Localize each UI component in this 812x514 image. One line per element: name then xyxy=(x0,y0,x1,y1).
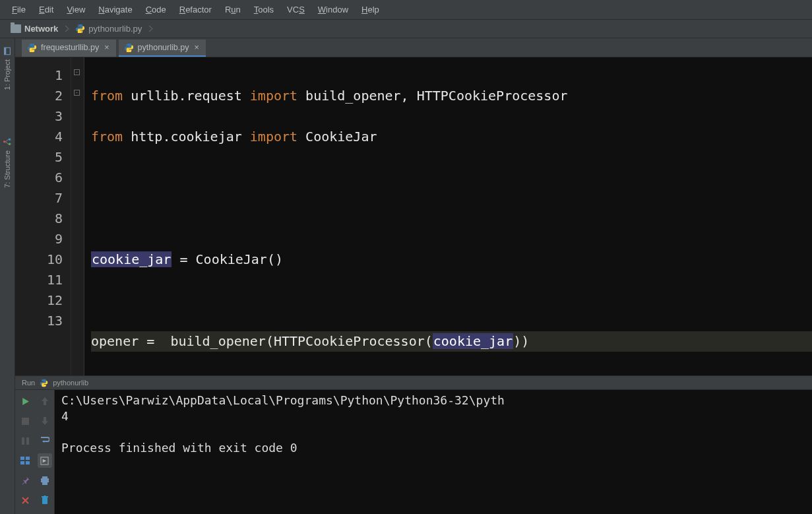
run-tool-column-right xyxy=(35,390,55,514)
svg-rect-5 xyxy=(22,418,29,425)
tab-label: frequesturllib.py xyxy=(41,43,99,52)
svg-rect-6 xyxy=(22,437,24,445)
menu-view[interactable]: View xyxy=(60,2,92,17)
menu-navigate[interactable]: Navigate xyxy=(92,2,139,17)
tab-label: pythonurlib.py xyxy=(138,43,189,52)
svg-rect-15 xyxy=(42,482,47,485)
fold-marker-icon[interactable]: - xyxy=(74,69,80,75)
menu-window[interactable]: Window xyxy=(311,2,355,17)
menubar: File Edit View Navigate Code Refactor Ru… xyxy=(0,0,812,20)
folder-icon xyxy=(11,24,21,33)
crumb-project[interactable]: Network xyxy=(5,22,63,35)
crumb-file-label: pythonurlib.py xyxy=(88,24,142,34)
menu-file[interactable]: File xyxy=(5,2,32,17)
scroll-to-end-button[interactable] xyxy=(38,453,52,468)
pin-button[interactable] xyxy=(18,473,32,488)
left-tool-strip: 1: Project 7: Structure xyxy=(0,38,15,514)
svg-rect-11 xyxy=(26,461,30,465)
python-file-icon xyxy=(75,24,85,34)
menu-refactor[interactable]: Refactor xyxy=(173,2,218,17)
svg-point-3 xyxy=(9,143,11,146)
svg-rect-13 xyxy=(42,476,47,478)
python-file-icon xyxy=(27,43,37,53)
fold-marker-icon[interactable]: - xyxy=(74,90,80,96)
project-icon xyxy=(3,46,12,55)
console-output[interactable]: C:\Users\Parwiz\AppData\Local\Programs\P… xyxy=(55,390,812,514)
down-button[interactable] xyxy=(38,414,52,428)
toolwindow-structure-button[interactable]: 7: Structure xyxy=(1,133,13,192)
toolwindow-project-button[interactable]: 1: Project xyxy=(1,42,13,94)
close-icon[interactable]: × xyxy=(193,43,200,52)
run-label: Run xyxy=(22,379,35,387)
crumb-file[interactable]: pythonurlib.py xyxy=(70,22,147,35)
close-icon[interactable]: × xyxy=(103,43,110,52)
svg-rect-7 xyxy=(26,437,29,445)
rerun-button[interactable] xyxy=(18,394,32,408)
run-toolwindow: C:\Users\Parwiz\AppData\Local\Programs\P… xyxy=(15,390,812,514)
crumb-project-label: Network xyxy=(24,24,58,34)
chevron-right-icon xyxy=(147,22,154,36)
clear-all-button[interactable] xyxy=(38,493,52,507)
editor-column: frequesturllib.py × pythonurlib.py × 123… xyxy=(15,38,812,514)
python-file-icon xyxy=(124,43,134,53)
svg-rect-16 xyxy=(42,498,47,504)
python-icon xyxy=(39,378,49,388)
run-tool-column-left xyxy=(15,390,35,514)
fold-strip: - - xyxy=(71,57,84,375)
svg-rect-1 xyxy=(5,48,7,55)
code-editor[interactable]: 1234 5678 9101112 13 - - from urllib.req… xyxy=(15,57,812,375)
layout-button[interactable] xyxy=(18,453,32,468)
menu-run[interactable]: Run xyxy=(218,2,247,17)
svg-rect-9 xyxy=(26,457,30,460)
main-area: 1: Project 7: Structure frequesturllib.p… xyxy=(0,38,812,514)
breadcrumb: Network pythonurlib.py xyxy=(0,20,812,38)
tab-pythonurlib[interactable]: pythonurlib.py × xyxy=(119,40,206,57)
svg-rect-18 xyxy=(44,496,46,497)
svg-rect-10 xyxy=(20,461,24,465)
run-toolwindow-header[interactable]: Run pythonurlib xyxy=(15,375,812,390)
stop-button[interactable] xyxy=(18,414,32,428)
svg-rect-14 xyxy=(41,478,49,482)
code-area[interactable]: from urllib.request import build_opener,… xyxy=(84,57,812,375)
menu-edit[interactable]: Edit xyxy=(32,2,60,17)
structure-icon xyxy=(3,137,12,146)
svg-point-4 xyxy=(9,139,11,141)
editor-tabs: frequesturllib.py × pythonurlib.py × xyxy=(15,38,812,57)
pause-button[interactable] xyxy=(18,434,32,448)
up-button[interactable] xyxy=(38,394,52,408)
tab-frequesturllib[interactable]: frequesturllib.py × xyxy=(22,40,116,57)
print-button[interactable] xyxy=(38,473,52,488)
menu-help[interactable]: Help xyxy=(355,2,386,17)
menu-tools[interactable]: Tools xyxy=(247,2,280,17)
svg-point-2 xyxy=(3,141,6,144)
soft-wrap-button[interactable] xyxy=(38,434,52,448)
close-run-button[interactable] xyxy=(18,493,32,507)
line-gutter: 1234 5678 9101112 13 xyxy=(15,57,71,375)
run-config-label: pythonurlib xyxy=(53,379,88,387)
svg-rect-8 xyxy=(20,457,24,460)
menu-code[interactable]: Code xyxy=(139,2,173,17)
chevron-right-icon xyxy=(63,22,70,36)
menu-vcs[interactable]: VCS xyxy=(280,2,311,17)
